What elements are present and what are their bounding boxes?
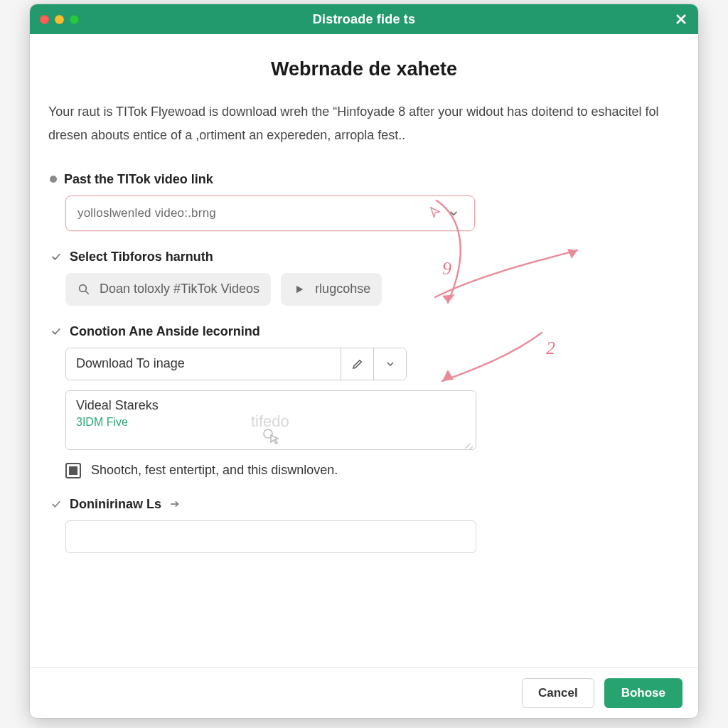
play-pill[interactable]: rlugcohse [281,273,382,306]
dialog-window: Distroade fide ts Webrnade de xahete You… [30,4,698,718]
textarea-line2: 3IDM Five [76,416,466,429]
step2-label: Select Tibforos harnuth [70,250,213,264]
search-pill-label: Doan toloxly #TikTok Videos [100,282,259,296]
step-select-source: Select Tibforos harnuth Doan toloxly #Ti… [48,250,680,306]
cancel-button[interactable]: Cancel [522,678,594,708]
close-icon [675,13,687,26]
resize-handle-icon[interactable] [465,439,473,447]
check-icon [50,325,63,338]
dialog-footer: Cancel Bohose [30,667,698,718]
svg-marker-4 [296,285,303,293]
chevron-down-icon [447,207,460,220]
confirm-button[interactable]: Bohose [604,678,682,708]
step1-label-row: Past the TITok video link [50,172,680,187]
titlebar: Distroade fide ts [30,4,698,34]
bullet-icon [50,176,57,183]
pencil-icon [351,358,364,370]
search-icon [77,282,91,296]
check-icon [50,250,63,263]
chevron-down-icon [385,358,396,370]
step4-label: Doninirinaw Ls [70,497,161,512]
step1-label: Past the TITok video link [64,172,213,187]
search-pill[interactable]: Doan toloxly #TikTok Videos [65,273,271,306]
destination-input[interactable] [65,520,476,553]
play-pill-label: rlugcohse [315,282,370,296]
svg-point-2 [80,284,87,291]
format-select-value: Download To inage [66,348,341,380]
arrow-right-icon [168,498,181,510]
format-select[interactable]: Download To inage [65,348,407,380]
page-title: Webrnade de xahete [48,58,680,80]
dialog-content: Webrnade de xahete Your raut is TITok Fl… [30,34,698,667]
hand-cursor-icon [262,428,279,449]
svg-line-3 [85,291,89,294]
format-dropdown-button[interactable] [373,348,406,380]
video-link-input[interactable]: yolloslwenled video:.brng [65,196,475,231]
check-icon [50,498,63,510]
close-button[interactable] [671,9,691,29]
link-input-dropdown[interactable] [441,201,466,225]
step2-label-row: Select Tibforos harnuth [50,250,680,264]
step-paste-link: Past the TITok video link yolloslwenled … [48,172,680,231]
option-checkbox-row: Shootch, fest entertipt, and this diswnl… [65,463,680,478]
step3-label: Conotion Ane Anside lecornind [70,324,260,339]
step3-label-row: Conotion Ane Anside lecornind [50,324,680,339]
video-link-value: yolloslwenled video:.brng [77,206,429,220]
step4-label-row: Doninirinaw Ls [50,497,680,512]
step-destination: Doninirinaw Ls [48,497,680,553]
cursor-pointer-icon [429,205,441,221]
format-edit-button[interactable] [341,348,373,380]
titlebar-title: Distroade fide ts [30,12,698,27]
option-checkbox[interactable] [65,463,81,478]
step-configure: Conotion Ane Anside lecornind Download T… [48,324,680,478]
intro-text: Your raut is TITok Flyewoad is download … [48,100,680,148]
play-icon [292,282,306,296]
option-checkbox-label: Shootch, fest entertipt, and this diswnl… [91,463,338,478]
details-textarea[interactable]: Videal Stareks 3IDM Five tifedo [65,390,476,450]
textarea-line1: Videal Stareks [76,398,466,413]
step2-pills: Doan toloxly #TikTok Videos rlugcohse [65,273,680,306]
